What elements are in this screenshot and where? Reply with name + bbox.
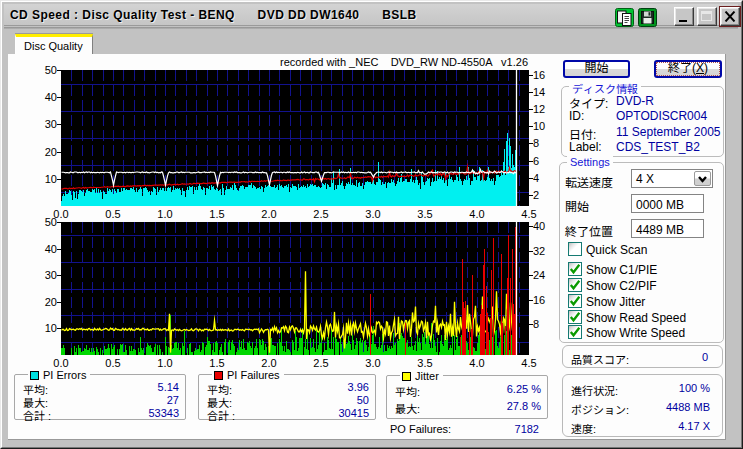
tick-label: 1.5 bbox=[205, 209, 229, 220]
quality-score-panel: 品質スコア: 0 bbox=[562, 345, 723, 368]
disc-info-row: ID:OPTODISCR004 bbox=[569, 109, 584, 123]
tick-mark bbox=[529, 275, 533, 276]
tick-label: 4 bbox=[533, 173, 539, 184]
checkbox[interactable] bbox=[568, 262, 582, 276]
tick-mark bbox=[529, 226, 533, 227]
tick-label: 10 bbox=[10, 323, 57, 334]
tick-mark bbox=[529, 143, 533, 144]
tick-mark bbox=[57, 275, 61, 276]
checkbox[interactable] bbox=[568, 294, 582, 308]
speed-value: 4 X bbox=[636, 172, 654, 186]
disc-info-value: OPTODISCR004 bbox=[616, 109, 707, 123]
checkbox[interactable] bbox=[568, 310, 582, 324]
stat-row: 合計 :53343 bbox=[23, 407, 179, 419]
tick-label: 2.0 bbox=[257, 209, 281, 220]
legend-label: 合計 : bbox=[23, 407, 51, 423]
scan-end-field[interactable] bbox=[631, 219, 704, 238]
tick-label: 24 bbox=[533, 270, 545, 281]
tick-mark bbox=[529, 251, 533, 252]
scan-start-field[interactable] bbox=[631, 194, 704, 213]
maximize-button[interactable] bbox=[697, 7, 717, 26]
save-icon[interactable] bbox=[638, 8, 657, 27]
tick-label: 40 bbox=[10, 244, 57, 255]
legend-value: 50 bbox=[357, 394, 369, 406]
titlebar[interactable]: CD Speed : Disc Quality Test - BENQ DVD … bbox=[4, 4, 738, 26]
pi-failures-swatch bbox=[214, 371, 223, 380]
tick-mark bbox=[529, 126, 533, 127]
progress-row-value: 100 % bbox=[679, 382, 710, 394]
chart-header-text: recorded with _NEC DVD_RW ND-4550A v1.26 bbox=[280, 56, 528, 68]
tick-label: 30 bbox=[10, 119, 57, 130]
check-icon bbox=[569, 295, 581, 307]
tick-label: 2.0 bbox=[257, 358, 281, 369]
tick-mark bbox=[57, 97, 61, 98]
stat-row: 速度:4.17 X bbox=[571, 420, 710, 432]
tick-label: 8 bbox=[533, 138, 539, 149]
exit-label-post: ) bbox=[704, 61, 708, 75]
tick-label: 4.5 bbox=[517, 209, 541, 220]
speed-label: 転送速度 bbox=[565, 173, 613, 190]
titlebar-shadow bbox=[4, 27, 738, 29]
disc-info-value: DVD-R bbox=[616, 94, 654, 108]
progress-row-label: 進行状況: bbox=[571, 382, 618, 398]
stat-row: 最大:50 bbox=[207, 394, 369, 406]
pi-errors-legend-title: PI Errors bbox=[28, 369, 90, 381]
settings-title: Settings bbox=[567, 156, 613, 168]
tick-mark bbox=[529, 75, 533, 76]
jitter-legendbox: Jitter 平均:6.25 %最大:27.8 % bbox=[386, 375, 548, 419]
speed-combobox[interactable]: 4 X bbox=[631, 169, 713, 188]
tick-label: 2.5 bbox=[309, 209, 333, 220]
stat-row: ポジション:4488 MB bbox=[571, 401, 710, 413]
tick-label: 3.5 bbox=[413, 358, 437, 369]
tick-label: 20 bbox=[10, 147, 57, 158]
checkbox-label: Show C2/PIF bbox=[586, 279, 657, 293]
tick-label: 1.0 bbox=[153, 358, 177, 369]
tab-page: recorded with _NEC DVD_RW ND-4550A v1.26… bbox=[8, 54, 726, 440]
disc-info-value: CDS_TEST_B2 bbox=[616, 140, 700, 154]
progress-row-label: 速度: bbox=[571, 420, 596, 436]
tick-mark bbox=[57, 302, 61, 303]
tick-mark bbox=[529, 178, 533, 179]
disc-info-value: 11 September 2005 bbox=[616, 125, 721, 139]
tick-label: 8 bbox=[533, 319, 539, 330]
checkbox-label: Quick Scan bbox=[586, 243, 647, 257]
tick-mark bbox=[529, 161, 533, 162]
exit-button[interactable]: 終了(X) bbox=[654, 60, 722, 78]
tick-label: 4.0 bbox=[465, 209, 489, 220]
legend-value: 27 bbox=[167, 394, 179, 406]
combo-dropdown-button[interactable] bbox=[694, 171, 711, 186]
tick-label: 12 bbox=[533, 104, 545, 115]
checkbox[interactable] bbox=[568, 278, 582, 292]
tick-label: 3.0 bbox=[361, 209, 385, 220]
tick-label: 6 bbox=[533, 156, 539, 167]
tick-label: 2 bbox=[533, 190, 539, 201]
checkbox[interactable] bbox=[568, 325, 582, 339]
pi-failures-legend-title: PI Failures bbox=[212, 369, 284, 381]
stat-row: 最大:27.8 % bbox=[395, 400, 541, 412]
disc-info-row: Label:CDS_TEST_B2 bbox=[569, 140, 602, 154]
pi-failures-legendbox: PI Failures 平均:3.96最大:50合計 :30415 bbox=[198, 374, 376, 420]
check-icon bbox=[569, 326, 581, 338]
tick-label: 1.0 bbox=[153, 209, 177, 220]
tab-disc-quality[interactable]: Disc Quality bbox=[15, 34, 93, 55]
report-icon[interactable] bbox=[615, 8, 634, 27]
close-button[interactable] bbox=[720, 7, 740, 26]
tick-mark bbox=[57, 222, 61, 223]
tick-label: 1.5 bbox=[205, 358, 229, 369]
legend-value: 53343 bbox=[148, 407, 179, 419]
tick-mark bbox=[57, 328, 61, 329]
maximize-icon bbox=[701, 11, 712, 21]
tick-label: 0.0 bbox=[49, 358, 73, 369]
exit-label-pre: 終了( bbox=[668, 61, 696, 75]
checkbox[interactable] bbox=[568, 242, 582, 256]
pi-failures-title: PI Failures bbox=[227, 369, 280, 381]
progress-row-value: 4.17 X bbox=[678, 420, 710, 432]
tick-mark bbox=[57, 179, 61, 180]
tick-label: 32 bbox=[533, 246, 545, 257]
minimize-button[interactable] bbox=[674, 7, 694, 26]
tick-mark bbox=[529, 92, 533, 93]
tick-mark bbox=[529, 195, 533, 196]
pi-errors-title: PI Errors bbox=[43, 369, 86, 381]
start-button[interactable]: 開始 bbox=[563, 60, 630, 78]
checkbox-label: Show Write Speed bbox=[586, 326, 685, 340]
